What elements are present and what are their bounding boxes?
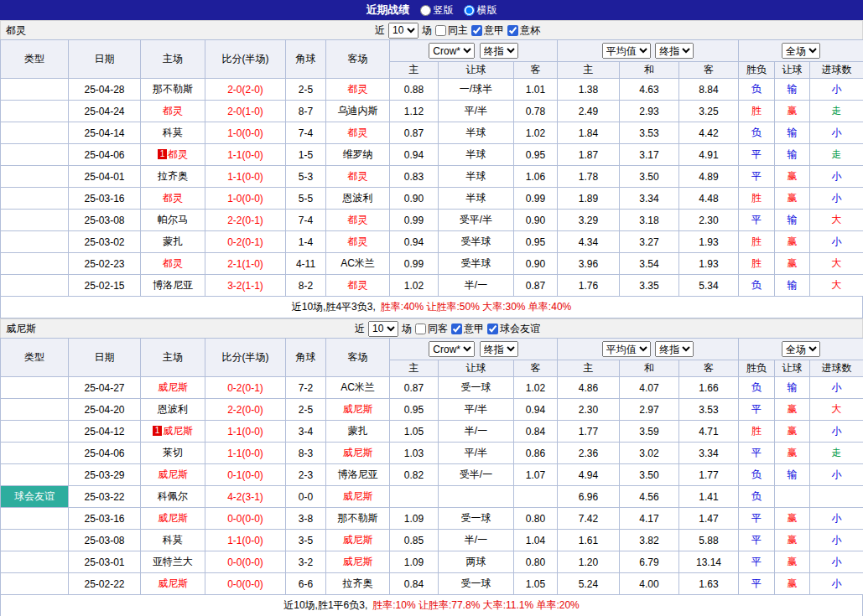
league-type-cell: 意甲 xyxy=(1,231,69,253)
serie-a-checkbox[interactable] xyxy=(471,25,482,36)
league-type-cell: 意甲 xyxy=(1,421,69,443)
avg-draw-odds: 4.07 xyxy=(620,377,679,399)
home-team-name: 蒙扎 xyxy=(163,236,183,247)
goals-result-cell: 小 xyxy=(810,231,863,253)
outcome-cell: 负 xyxy=(739,122,775,144)
filter-checkbox-serie-a[interactable]: 意甲 xyxy=(471,23,504,38)
crown-away-odds: 1.01 xyxy=(514,79,558,101)
filter-checkbox-same-away[interactable]: 同客 xyxy=(415,322,448,336)
layout-option-horizontal[interactable]: 横版 xyxy=(464,3,497,18)
same-away-checkbox[interactable] xyxy=(415,324,426,334)
section-bar: 威尼斯 近 10 场 同客 意甲 球会友谊 xyxy=(0,318,863,338)
match-date: 25-02-15 xyxy=(69,275,141,297)
crown-handicap: 半/一 xyxy=(439,421,514,443)
col-header-away: 客场 xyxy=(326,40,390,79)
sub-header-handicap-result: 让球 xyxy=(775,62,810,79)
avg-home-odds: 1.77 xyxy=(558,421,620,443)
league-type-cell: 意甲 xyxy=(1,530,69,551)
club-friendly-checkbox[interactable] xyxy=(487,324,498,334)
sub-header-crown-away: 客 xyxy=(514,62,558,79)
sub-header-avg-draw: 和 xyxy=(620,62,679,79)
corner-cell: 7-4 xyxy=(286,210,326,231)
crown-stage-select[interactable]: 终指 xyxy=(480,43,518,59)
crown-home-odds: 1.05 xyxy=(390,421,439,443)
avg-draw-odds: 3.35 xyxy=(620,275,679,297)
italy-cup-checkbox[interactable] xyxy=(507,25,518,36)
league-type-cell: 意甲 xyxy=(1,253,69,275)
goals-result-cell: 大 xyxy=(810,399,863,421)
filter-checkbox-serie-a[interactable]: 意甲 xyxy=(451,322,484,336)
checkbox-label: 同客 xyxy=(428,322,448,336)
corner-cell: 7-2 xyxy=(286,377,326,399)
away-team-cell: 都灵 xyxy=(326,210,390,231)
goals-result-cell: 小 xyxy=(810,166,863,188)
handicap-result-cell: 赢 xyxy=(775,101,810,122)
match-scope-select[interactable]: 全场 xyxy=(782,341,820,357)
crown-home-odds: 0.94 xyxy=(390,231,439,253)
away-team-name: 威尼斯 xyxy=(343,490,373,502)
filter-checkbox-club-friendly[interactable]: 球会友谊 xyxy=(487,322,540,336)
match-row: 意甲25-03-01亚特兰大0-0(0-0)3-2威尼斯1.09两球0.801.… xyxy=(1,551,863,573)
vertical-layout-radio[interactable] xyxy=(420,5,431,16)
bookmaker-select[interactable]: Crow* xyxy=(429,341,475,357)
average-select[interactable]: 平均值 xyxy=(602,43,651,59)
sub-header-avg-home: 主 xyxy=(558,62,620,79)
match-row: 意甲25-03-16都灵1-0(0-0)5-5恩波利0.90半球0.991.89… xyxy=(1,188,863,210)
away-team-cell: 都灵 xyxy=(326,231,390,253)
horizontal-layout-radio[interactable] xyxy=(464,5,475,16)
away-team-cell: 都灵 xyxy=(326,122,390,144)
home-team-cell: 威尼斯 xyxy=(141,377,205,399)
score-cell: 1-1(0-0) xyxy=(205,166,286,188)
score-cell: 1-1(0-0) xyxy=(205,530,286,551)
crown-home-odds: 0.90 xyxy=(390,188,439,210)
goals-result-cell: 小 xyxy=(810,573,863,595)
games-count-select[interactable]: 10 xyxy=(368,321,398,337)
goals-result-cell: 小 xyxy=(810,508,863,530)
goals-result-cell: 大 xyxy=(810,275,863,297)
league-type-cell: 意甲 xyxy=(1,399,69,421)
crown-odds-group-header: Crow* 终指 xyxy=(390,339,558,360)
crown-away-odds: 1.02 xyxy=(514,122,558,144)
bookmaker-select[interactable]: Crow* xyxy=(429,43,475,59)
score-cell: 1-1(0-0) xyxy=(205,421,286,443)
games-count-select[interactable]: 10 xyxy=(388,23,419,39)
match-date: 25-03-08 xyxy=(69,210,141,231)
score-cell: 2-2(0-0) xyxy=(205,399,286,421)
goals-result-cell: 小 xyxy=(810,530,863,551)
corner-cell: 8-2 xyxy=(286,275,326,297)
handicap-result-cell: 输 xyxy=(775,275,810,297)
crown-home-odds: 0.88 xyxy=(390,79,439,101)
average-stage-select[interactable]: 终指 xyxy=(655,43,694,59)
goals-result-cell: 小 xyxy=(810,122,863,144)
home-team-cell: 威尼斯 xyxy=(141,464,205,486)
match-date: 25-04-06 xyxy=(69,443,141,464)
away-team-name: 博洛尼亚 xyxy=(338,468,378,480)
avg-away-odds: 3.25 xyxy=(679,101,739,122)
handicap-result-cell: 赢 xyxy=(775,443,810,464)
match-scope-select[interactable]: 全场 xyxy=(782,43,820,59)
corner-cell: 6-6 xyxy=(286,573,326,595)
crown-stage-select[interactable]: 终指 xyxy=(480,341,518,357)
sub-header-handicap-result: 让球 xyxy=(775,360,810,377)
avg-away-odds: 13.14 xyxy=(679,551,739,573)
average-select[interactable]: 平均值 xyxy=(602,341,651,357)
layout-option-vertical[interactable]: 竖版 xyxy=(420,3,454,18)
crown-away-odds: 1.02 xyxy=(514,377,558,399)
crown-handicap: 半/一 xyxy=(439,530,514,551)
checkbox-label: 意杯 xyxy=(520,23,540,38)
handicap-result-cell: 赢 xyxy=(775,166,810,188)
summary-row: 近10场,胜4平3负3, 胜率:40% 让胜率:50% 大率:30% 单率:40… xyxy=(0,297,863,318)
away-team-cell: 威尼斯 xyxy=(326,443,390,464)
crown-home-odds: 1.09 xyxy=(390,508,439,530)
average-stage-select[interactable]: 终指 xyxy=(655,341,694,357)
home-team-name: 威尼斯 xyxy=(158,381,188,393)
corner-cell: 2-5 xyxy=(286,399,326,421)
score-cell: 0-0(0-0) xyxy=(205,551,286,573)
same-home-checkbox[interactable] xyxy=(435,25,446,36)
recent-filter: 近 10 场 同客 意甲 球会友谊 xyxy=(355,321,540,337)
match-date: 25-02-22 xyxy=(69,573,141,595)
serie-a-checkbox[interactable] xyxy=(451,324,462,334)
filter-checkbox-italy-cup[interactable]: 意杯 xyxy=(507,23,540,38)
sub-header-outcome: 胜负 xyxy=(739,360,775,377)
filter-checkbox-same-home[interactable]: 同主 xyxy=(435,23,468,38)
